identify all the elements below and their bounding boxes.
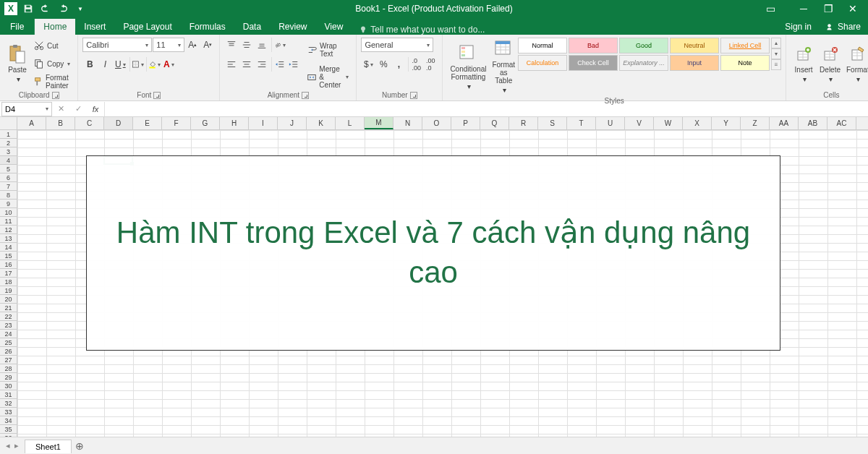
sheet-tab-sheet1[interactable]: Sheet1 [25, 440, 72, 453]
col-header-AC[interactable]: AC [827, 117, 856, 129]
save-icon[interactable] [20, 1, 36, 16]
style-note[interactable]: Note [720, 55, 770, 71]
row-header-19[interactable]: 19 [0, 286, 17, 295]
minimize-button[interactable]: ─ [791, 0, 816, 17]
gallery-scroll-down-icon[interactable]: ▾ [771, 48, 781, 59]
row-header-10[interactable]: 10 [0, 208, 17, 217]
row-header-15[interactable]: 15 [0, 252, 17, 260]
decrease-font-icon[interactable]: A▾ [200, 38, 215, 52]
style-linked-cell[interactable]: Linked Cell [720, 38, 770, 53]
sheet-nav-prev-icon[interactable]: ◂ [4, 441, 12, 450]
row-header-16[interactable]: 16 [0, 260, 17, 269]
col-header-N[interactable]: N [393, 117, 422, 129]
row-header-22[interactable]: 22 [0, 312, 17, 321]
col-header-X[interactable]: X [683, 117, 712, 129]
align-left-icon[interactable] [224, 57, 239, 72]
tab-home[interactable]: Home [35, 19, 75, 35]
conditional-formatting-button[interactable]: Conditional Formatting▾ [447, 38, 489, 95]
row-header-27[interactable]: 27 [0, 356, 17, 364]
col-header-AB[interactable]: AB [799, 117, 827, 129]
spreadsheet-grid[interactable]: ABCDEFGHIJKLMNOPQRSTUVWXYZAAABAC 1234567… [0, 117, 868, 437]
row-header-4[interactable]: 4 [0, 156, 17, 165]
row-header-21[interactable]: 21 [0, 304, 17, 312]
format-cells-button[interactable]: Format▾ [843, 38, 868, 90]
align-bottom-icon[interactable] [255, 38, 269, 52]
col-header-P[interactable]: P [451, 117, 480, 129]
col-header-I[interactable]: I [249, 117, 278, 129]
cell-styles-gallery[interactable]: Normal Bad Good Neutral Calculation Chec… [518, 38, 719, 95]
col-header-S[interactable]: S [538, 117, 567, 129]
style-neutral[interactable]: Neutral [670, 38, 719, 53]
row-header-23[interactable]: 23 [0, 321, 17, 330]
ribbon-display-icon[interactable]: ▭ [758, 0, 783, 17]
overlay-textbox[interactable]: Hàm INT trong Excel và 7 cách vận dụng n… [86, 155, 780, 351]
font-size-combo[interactable]: 11▾ [153, 38, 184, 52]
column-headers[interactable]: ABCDEFGHIJKLMNOPQRSTUVWXYZAAABAC [17, 117, 868, 130]
close-button[interactable]: ✕ [841, 0, 865, 17]
format-painter-button[interactable]: Format Painter [33, 74, 70, 89]
style-normal[interactable]: Normal [518, 38, 567, 53]
clipboard-dialog-launcher[interactable] [52, 92, 59, 99]
font-color-button[interactable]: A▾ [161, 57, 176, 72]
col-header-A[interactable]: A [17, 117, 46, 129]
col-header-F[interactable]: F [162, 117, 191, 129]
col-header-J[interactable]: J [278, 117, 307, 129]
align-middle-icon[interactable] [239, 38, 254, 52]
row-header-13[interactable]: 13 [0, 234, 17, 243]
gallery-more-icon[interactable]: ≡ [771, 59, 781, 70]
style-input[interactable]: Input [670, 55, 719, 71]
add-sheet-button[interactable]: ⊕ [72, 438, 88, 454]
style-calculation[interactable]: Calculation [518, 55, 567, 71]
enter-formula-icon[interactable]: ✓ [69, 102, 87, 116]
bold-button[interactable]: B [82, 57, 97, 72]
row-header-17[interactable]: 17 [0, 269, 17, 278]
select-all-corner[interactable] [0, 117, 17, 130]
row-header-2[interactable]: 2 [0, 139, 17, 147]
row-header-34[interactable]: 34 [0, 416, 17, 425]
row-header-9[interactable]: 9 [0, 200, 17, 208]
row-header-33[interactable]: 33 [0, 408, 17, 416]
style-bad[interactable]: Bad [569, 38, 618, 53]
borders-button[interactable]: ▾ [129, 57, 144, 72]
col-header-H[interactable]: H [220, 117, 249, 129]
comma-format-icon[interactable]: , [391, 57, 406, 72]
fx-icon[interactable]: fx [87, 102, 104, 116]
sign-in-button[interactable]: Sign in [778, 19, 819, 35]
col-header-W[interactable]: W [654, 117, 683, 129]
qat-customize-icon[interactable]: ▼ [72, 1, 88, 16]
redo-icon[interactable] [55, 1, 71, 16]
col-header-B[interactable]: B [46, 117, 75, 129]
increase-font-icon[interactable]: A▴ [185, 38, 200, 52]
cancel-formula-icon[interactable]: ✕ [52, 102, 69, 116]
row-header-1[interactable]: 1 [0, 130, 17, 139]
col-header-T[interactable]: T [567, 117, 596, 129]
underline-button[interactable]: U▾ [113, 57, 127, 72]
font-name-combo[interactable]: Calibri▾ [82, 38, 152, 52]
row-headers[interactable]: 1234567891011121314151617181920212223242… [0, 130, 17, 437]
accounting-format-icon[interactable]: $▾ [361, 57, 375, 72]
sheet-nav-next-icon[interactable]: ▸ [13, 441, 20, 450]
undo-icon[interactable] [38, 1, 54, 16]
row-header-29[interactable]: 29 [0, 373, 17, 382]
increase-indent-icon[interactable] [286, 57, 301, 72]
col-header-E[interactable]: E [133, 117, 162, 129]
number-format-combo[interactable]: General▾ [361, 38, 433, 52]
insert-cells-button[interactable]: Insert▾ [791, 38, 817, 90]
tab-page-layout[interactable]: Page Layout [114, 19, 180, 35]
tab-insert[interactable]: Insert [75, 19, 114, 35]
row-header-30[interactable]: 30 [0, 382, 17, 390]
col-header-Q[interactable]: Q [480, 117, 509, 129]
row-header-26[interactable]: 26 [0, 347, 17, 356]
tab-formulas[interactable]: Formulas [181, 19, 234, 35]
align-center-icon[interactable] [239, 57, 254, 72]
style-check-cell[interactable]: Check Cell [569, 55, 618, 71]
wrap-text-button[interactable]: Wrap Text [307, 43, 349, 57]
col-header-L[interactable]: L [336, 117, 365, 129]
row-header-28[interactable]: 28 [0, 364, 17, 373]
delete-cells-button[interactable]: Delete▾ [817, 38, 843, 90]
col-header-U[interactable]: U [596, 117, 625, 129]
row-header-12[interactable]: 12 [0, 226, 17, 234]
tell-me-search[interactable]: Tell me what you want to do... [359, 25, 485, 35]
row-header-18[interactable]: 18 [0, 278, 17, 286]
col-header-R[interactable]: R [509, 117, 538, 129]
